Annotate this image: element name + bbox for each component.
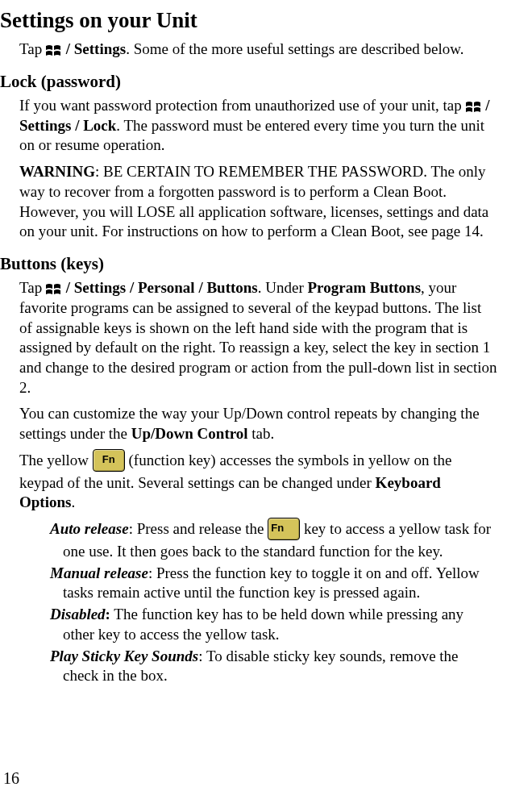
disabled-text: The function key has to be held down whi…	[63, 606, 463, 643]
sticky-label: Play Sticky Key Sounds	[50, 648, 198, 664]
fn-key-icon: Fn	[93, 449, 125, 472]
buttons-text-b: . Under	[258, 279, 308, 296]
intro-paragraph: Tap / Settings. Some of the more useful …	[19, 40, 497, 60]
buttons-paragraph-3: The yellow Fn (function key) accesses th…	[19, 451, 497, 513]
page-number: 16	[3, 768, 19, 789]
lock-warning: WARNING: BE CERTAIN TO REMEMBER THE PASS…	[19, 162, 497, 242]
buttons-paragraph-1: Tap / Settings / Personal / Buttons. Und…	[19, 278, 497, 398]
manual-release-label: Manual release	[50, 564, 148, 581]
program-buttons-label: Program Buttons	[308, 279, 422, 296]
fn-text-a: The yellow	[19, 452, 93, 468]
disabled-label: Disabled	[50, 606, 106, 623]
windows-icon	[46, 281, 62, 294]
buttons-heading: Buttons (keys)	[0, 253, 497, 275]
option-disabled: Disabled: The function key has to be hel…	[63, 605, 497, 644]
intro-rest: . Some of the more useful settings are d…	[126, 40, 463, 57]
auto-release-label: Auto release	[50, 520, 129, 537]
option-sticky-sounds: Play Sticky Key Sounds: To disable stick…	[63, 647, 497, 686]
buttons-text-a: Tap	[19, 279, 46, 296]
option-manual-release: Manual release: Press the function key t…	[63, 564, 497, 603]
auto-text-a: : Press and release the	[129, 520, 268, 537]
text-tap: Tap	[19, 40, 46, 57]
settings-path: / Settings	[62, 40, 126, 57]
windows-icon	[46, 43, 62, 56]
lock-text-a: If you want password protection from una…	[19, 97, 466, 114]
buttons-path: / Settings / Personal / Buttons	[62, 279, 258, 296]
windows-icon	[466, 99, 482, 112]
fn-key-icon: Fn	[268, 518, 300, 540]
option-auto-release: Auto release: Press and release the Fn k…	[63, 519, 497, 562]
lock-paragraph-1: If you want password protection from una…	[19, 96, 497, 156]
page-title: Settings on your Unit	[0, 6, 497, 35]
buttons-paragraph-2: You can customize the way your Up/Down c…	[19, 404, 497, 443]
warning-label: WARNING	[19, 163, 95, 180]
keyboard-options-list: Auto release: Press and release the Fn k…	[50, 519, 497, 686]
buttons-text-d: , your favorite programs can be assigned…	[19, 279, 497, 395]
updown-control-label: Up/Down Control	[131, 425, 248, 442]
lock-heading: Lock (password)	[0, 71, 497, 93]
updown-text-c: tab.	[248, 425, 275, 442]
fn-text-d: .	[71, 493, 75, 510]
